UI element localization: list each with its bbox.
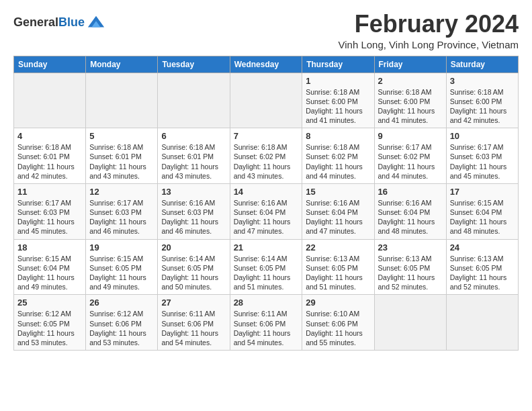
title-block: February 2024 Vinh Long, Vinh Long Provi… — [338, 11, 519, 50]
day-number: 2 — [378, 76, 443, 86]
day-number: 5 — [89, 131, 154, 141]
day-header-monday: Monday — [86, 56, 158, 73]
day-info: Sunrise: 6:17 AM Sunset: 6:03 PM Dayligh… — [450, 142, 515, 181]
day-info: Sunrise: 6:15 AM Sunset: 6:04 PM Dayligh… — [17, 254, 82, 292]
day-number: 28 — [234, 298, 299, 308]
day-info: Sunrise: 6:18 AM Sunset: 6:02 PM Dayligh… — [306, 142, 370, 181]
calendar-cell: 27Sunrise: 6:11 AM Sunset: 6:06 PM Dayli… — [158, 295, 230, 351]
day-info: Sunrise: 6:10 AM Sunset: 6:06 PM Dayligh… — [306, 309, 370, 347]
day-info: Sunrise: 6:15 AM Sunset: 6:04 PM Dayligh… — [450, 198, 515, 236]
calendar-cell: 4Sunrise: 6:18 AM Sunset: 6:01 PM Daylig… — [14, 128, 86, 184]
day-number: 22 — [306, 242, 370, 253]
header: GeneralBlue February 2024 Vinh Long, Vin… — [13, 11, 519, 50]
day-info: Sunrise: 6:14 AM Sunset: 6:05 PM Dayligh… — [234, 254, 299, 292]
calendar-cell: 26Sunrise: 6:12 AM Sunset: 6:06 PM Dayli… — [86, 295, 158, 351]
day-info: Sunrise: 6:18 AM Sunset: 6:01 PM Dayligh… — [89, 142, 154, 181]
day-number: 27 — [161, 298, 226, 308]
day-info: Sunrise: 6:13 AM Sunset: 6:05 PM Dayligh… — [378, 254, 443, 292]
logo-blue-text: Blue — [58, 15, 85, 29]
day-number: 8 — [306, 131, 370, 141]
logo: GeneralBlue — [13, 13, 105, 32]
calendar-cell: 5Sunrise: 6:18 AM Sunset: 6:01 PM Daylig… — [86, 128, 158, 184]
calendar-cell: 18Sunrise: 6:15 AM Sunset: 6:04 PM Dayli… — [14, 239, 86, 295]
day-number: 15 — [306, 187, 370, 197]
day-header-wednesday: Wednesday — [230, 56, 302, 73]
calendar-cell: 25Sunrise: 6:12 AM Sunset: 6:05 PM Dayli… — [14, 295, 86, 351]
calendar-cell: 11Sunrise: 6:17 AM Sunset: 6:03 PM Dayli… — [14, 183, 86, 239]
calendar-header-row: SundayMondayTuesdayWednesdayThursdayFrid… — [14, 56, 519, 73]
day-info: Sunrise: 6:16 AM Sunset: 6:03 PM Dayligh… — [161, 198, 226, 236]
day-number: 9 — [378, 131, 443, 141]
calendar-cell: 14Sunrise: 6:16 AM Sunset: 6:04 PM Dayli… — [230, 183, 302, 239]
day-info: Sunrise: 6:13 AM Sunset: 6:05 PM Dayligh… — [306, 254, 370, 292]
calendar-cell: 15Sunrise: 6:16 AM Sunset: 6:04 PM Dayli… — [302, 183, 374, 239]
day-info: Sunrise: 6:11 AM Sunset: 6:06 PM Dayligh… — [234, 309, 299, 347]
calendar-week-5: 25Sunrise: 6:12 AM Sunset: 6:05 PM Dayli… — [14, 295, 519, 351]
calendar-cell: 3Sunrise: 6:18 AM Sunset: 6:00 PM Daylig… — [446, 73, 518, 128]
day-number: 19 — [89, 242, 154, 253]
day-info: Sunrise: 6:16 AM Sunset: 6:04 PM Dayligh… — [306, 198, 370, 236]
day-number: 13 — [161, 187, 226, 197]
day-number: 12 — [89, 187, 154, 197]
day-info: Sunrise: 6:18 AM Sunset: 6:01 PM Dayligh… — [17, 142, 82, 181]
calendar-cell: 6Sunrise: 6:18 AM Sunset: 6:01 PM Daylig… — [158, 128, 230, 184]
calendar-cell: 24Sunrise: 6:13 AM Sunset: 6:05 PM Dayli… — [446, 239, 518, 295]
calendar-cell: 13Sunrise: 6:16 AM Sunset: 6:03 PM Dayli… — [158, 183, 230, 239]
day-info: Sunrise: 6:14 AM Sunset: 6:05 PM Dayligh… — [161, 254, 226, 292]
day-info: Sunrise: 6:17 AM Sunset: 6:03 PM Dayligh… — [89, 198, 154, 236]
day-number: 20 — [161, 242, 226, 253]
day-header-thursday: Thursday — [302, 56, 374, 73]
day-header-sunday: Sunday — [14, 56, 86, 73]
day-number: 16 — [378, 187, 443, 197]
day-info: Sunrise: 6:11 AM Sunset: 6:06 PM Dayligh… — [161, 309, 226, 347]
day-number: 1 — [306, 76, 370, 86]
day-info: Sunrise: 6:18 AM Sunset: 6:01 PM Dayligh… — [161, 142, 226, 181]
day-info: Sunrise: 6:17 AM Sunset: 6:03 PM Dayligh… — [17, 198, 82, 236]
calendar-cell: 16Sunrise: 6:16 AM Sunset: 6:04 PM Dayli… — [374, 183, 446, 239]
day-number: 7 — [234, 131, 299, 141]
calendar-cell — [86, 73, 158, 128]
calendar-cell: 12Sunrise: 6:17 AM Sunset: 6:03 PM Dayli… — [86, 183, 158, 239]
day-info: Sunrise: 6:18 AM Sunset: 6:02 PM Dayligh… — [234, 142, 299, 181]
day-header-tuesday: Tuesday — [158, 56, 230, 73]
day-number: 17 — [450, 187, 515, 197]
calendar-body: 1Sunrise: 6:18 AM Sunset: 6:00 PM Daylig… — [14, 73, 519, 350]
calendar-cell: 23Sunrise: 6:13 AM Sunset: 6:05 PM Dayli… — [374, 239, 446, 295]
day-header-friday: Friday — [374, 56, 446, 73]
calendar-week-2: 4Sunrise: 6:18 AM Sunset: 6:01 PM Daylig… — [14, 128, 519, 184]
day-number: 23 — [378, 242, 443, 253]
day-info: Sunrise: 6:18 AM Sunset: 6:00 PM Dayligh… — [306, 87, 370, 126]
calendar-cell: 19Sunrise: 6:15 AM Sunset: 6:05 PM Dayli… — [86, 239, 158, 295]
calendar-cell: 29Sunrise: 6:10 AM Sunset: 6:06 PM Dayli… — [302, 295, 374, 351]
calendar-cell: 22Sunrise: 6:13 AM Sunset: 6:05 PM Dayli… — [302, 239, 374, 295]
day-number: 21 — [234, 242, 299, 253]
day-number: 11 — [17, 187, 82, 197]
logo-icon — [87, 13, 105, 32]
day-info: Sunrise: 6:13 AM Sunset: 6:05 PM Dayligh… — [450, 254, 515, 292]
day-number: 26 — [89, 298, 154, 308]
day-number: 18 — [17, 242, 82, 253]
calendar-cell: 28Sunrise: 6:11 AM Sunset: 6:06 PM Dayli… — [230, 295, 302, 351]
calendar-cell — [14, 73, 86, 128]
calendar-cell: 7Sunrise: 6:18 AM Sunset: 6:02 PM Daylig… — [230, 128, 302, 184]
day-number: 6 — [161, 131, 226, 141]
day-number: 24 — [450, 242, 515, 253]
calendar-cell — [230, 73, 302, 128]
day-info: Sunrise: 6:16 AM Sunset: 6:04 PM Dayligh… — [234, 198, 299, 236]
day-info: Sunrise: 6:12 AM Sunset: 6:05 PM Dayligh… — [17, 309, 82, 347]
logo-general-text: General — [13, 15, 58, 29]
day-info: Sunrise: 6:17 AM Sunset: 6:02 PM Dayligh… — [378, 142, 443, 181]
calendar-cell: 17Sunrise: 6:15 AM Sunset: 6:04 PM Dayli… — [446, 183, 518, 239]
day-number: 4 — [17, 131, 82, 141]
calendar-week-4: 18Sunrise: 6:15 AM Sunset: 6:04 PM Dayli… — [14, 239, 519, 295]
calendar-cell: 9Sunrise: 6:17 AM Sunset: 6:02 PM Daylig… — [374, 128, 446, 184]
calendar-header: SundayMondayTuesdayWednesdayThursdayFrid… — [14, 56, 519, 73]
day-info: Sunrise: 6:12 AM Sunset: 6:06 PM Dayligh… — [89, 309, 154, 347]
day-info: Sunrise: 6:18 AM Sunset: 6:00 PM Dayligh… — [450, 87, 515, 126]
day-number: 25 — [17, 298, 82, 308]
subtitle: Vinh Long, Vinh Long Province, Vietnam — [338, 39, 519, 50]
day-info: Sunrise: 6:16 AM Sunset: 6:04 PM Dayligh… — [378, 198, 443, 236]
calendar-week-3: 11Sunrise: 6:17 AM Sunset: 6:03 PM Dayli… — [14, 183, 519, 239]
day-info: Sunrise: 6:15 AM Sunset: 6:05 PM Dayligh… — [89, 254, 154, 292]
day-number: 10 — [450, 131, 515, 141]
